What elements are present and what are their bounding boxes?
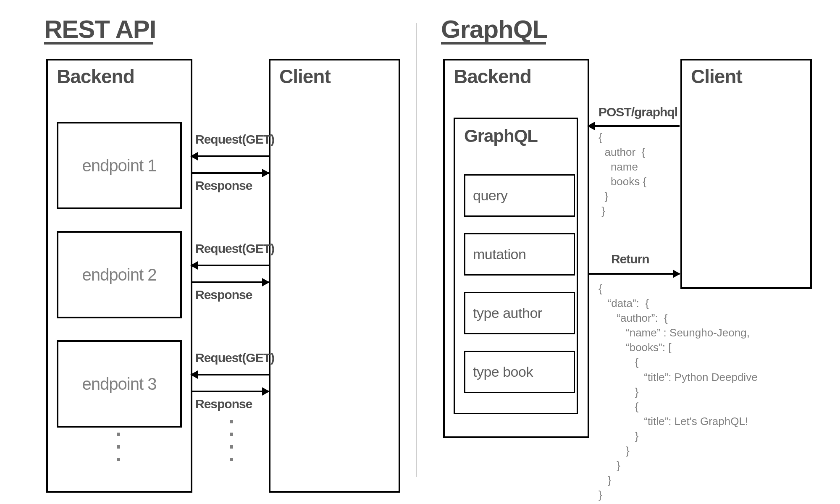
endpoint-2-box: endpoint 2 (57, 231, 182, 318)
gql-client-box (680, 59, 812, 289)
endpoint-1-request-arrow (191, 155, 269, 157)
gql-backend-header: Backend (454, 65, 531, 88)
rest-client-box (269, 59, 400, 493)
center-divider (416, 23, 417, 477)
gql-item-type-author-label: type author (473, 305, 542, 321)
endpoint-1-request-label: Request(GET) (195, 132, 274, 147)
gql-client-header: Client (691, 65, 742, 88)
endpoint-2-request-arrow (191, 265, 269, 266)
endpoint-1-label: endpoint 1 (82, 156, 157, 175)
rest-backend-header: Backend (57, 65, 134, 88)
endpoint-2-label: endpoint 2 (82, 265, 157, 284)
graphql-title-underline (441, 42, 546, 45)
gql-inner-header: GraphQL (464, 126, 538, 146)
endpoint-3-response-arrow (191, 391, 269, 392)
rest-title: REST API (44, 15, 156, 44)
rest-client-header: Client (279, 65, 331, 88)
endpoint-1-response-arrow (191, 172, 269, 174)
endpoint-1-response-label: Response (195, 178, 252, 193)
gql-response-code: { “data”: { “author”: { “name” : Seungho… (598, 281, 758, 502)
endpoint-2-request-label: Request(GET) (195, 242, 274, 256)
endpoint-3-label: endpoint 3 (82, 375, 157, 394)
gql-return-label: Return (611, 252, 649, 266)
gql-return-arrow (588, 273, 680, 275)
gql-post-arrow (588, 125, 680, 127)
rest-title-underline (44, 42, 153, 45)
gql-item-mutation-label: mutation (473, 246, 526, 262)
endpoint-3-request-label: Request(GET) (195, 351, 274, 365)
arrows-more-dots (230, 420, 233, 461)
gql-query-code: { author { name books { } } (598, 130, 646, 219)
endpoints-more-dots (117, 433, 120, 461)
gql-item-type-book-label: type book (473, 364, 533, 380)
endpoint-3-box: endpoint 3 (57, 340, 182, 428)
graphql-title: GraphQL (441, 15, 547, 44)
endpoint-2-response-arrow (191, 281, 269, 283)
diagram-root: REST API Backend Client endpoint 1 Reque… (0, 0, 840, 504)
gql-post-label: POST/graphql (598, 105, 677, 119)
endpoint-1-box: endpoint 1 (57, 122, 182, 209)
gql-item-query: query (464, 174, 575, 217)
gql-item-mutation: mutation (464, 233, 575, 276)
gql-item-type-author: type author (464, 292, 575, 334)
endpoint-3-response-label: Response (195, 397, 252, 411)
gql-item-query-label: query (473, 187, 508, 204)
endpoint-2-response-label: Response (195, 288, 252, 302)
endpoint-3-request-arrow (191, 374, 269, 375)
gql-item-type-book: type book (464, 351, 575, 393)
